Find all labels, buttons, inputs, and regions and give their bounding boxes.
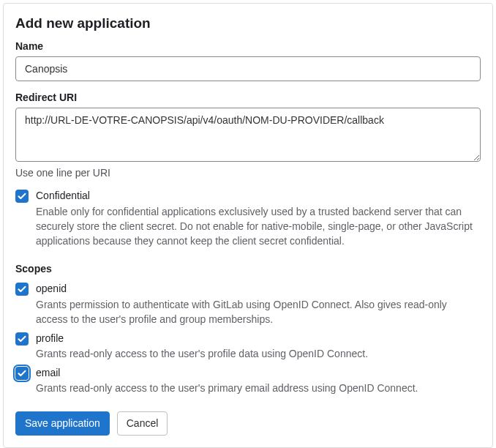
redirect-input[interactable]: http://URL-DE-VOTRE-CANOPSIS/api/v4/oaut… <box>15 108 481 162</box>
confidential-checkbox[interactable] <box>15 190 29 203</box>
scope-row-email: email Grants read-only access to the use… <box>15 366 481 396</box>
redirect-label: Redirect URI <box>15 92 481 103</box>
scope-desc: Grants permission to authenticate with G… <box>36 297 481 327</box>
scope-row-profile: profile Grants read-only access to the u… <box>15 332 481 362</box>
cancel-button[interactable]: Cancel <box>117 411 168 436</box>
save-button[interactable]: Save application <box>15 411 110 436</box>
name-label: Name <box>15 40 481 52</box>
confidential-body: Confidential Enable only for confidentia… <box>36 189 481 248</box>
scope-label: openid <box>36 282 481 296</box>
scope-checkbox-openid[interactable] <box>15 283 29 296</box>
confidential-label: Confidential <box>36 189 481 204</box>
name-group: Name <box>15 40 481 81</box>
scopes-label: Scopes <box>15 263 481 275</box>
confidential-row: Confidential Enable only for confidentia… <box>15 189 481 248</box>
scope-desc: Grants read-only access to the user's pr… <box>36 381 481 395</box>
name-input[interactable] <box>15 56 481 81</box>
redirect-group: Redirect URI http://URL-DE-VOTRE-CANOPSI… <box>15 92 481 179</box>
scope-label: email <box>36 366 481 381</box>
check-icon <box>18 335 26 343</box>
redirect-help: Use one line per URI <box>15 167 481 179</box>
scope-checkbox-email[interactable] <box>15 367 29 380</box>
add-application-panel: Add new application Name Redirect URI ht… <box>3 3 493 448</box>
scope-desc: Grants read-only access to the user's pr… <box>36 346 481 361</box>
check-icon <box>18 192 26 201</box>
check-icon <box>18 369 26 378</box>
check-icon <box>18 285 26 294</box>
page-title: Add new application <box>15 15 481 31</box>
form-actions: Save application Cancel <box>15 411 481 436</box>
scope-checkbox-profile[interactable] <box>15 332 29 346</box>
scope-row-openid: openid Grants permission to authenticate… <box>15 282 481 326</box>
scope-label: profile <box>36 332 481 346</box>
scopes-list: openid Grants permission to authenticate… <box>15 282 481 395</box>
confidential-desc: Enable only for confidential application… <box>36 204 481 249</box>
